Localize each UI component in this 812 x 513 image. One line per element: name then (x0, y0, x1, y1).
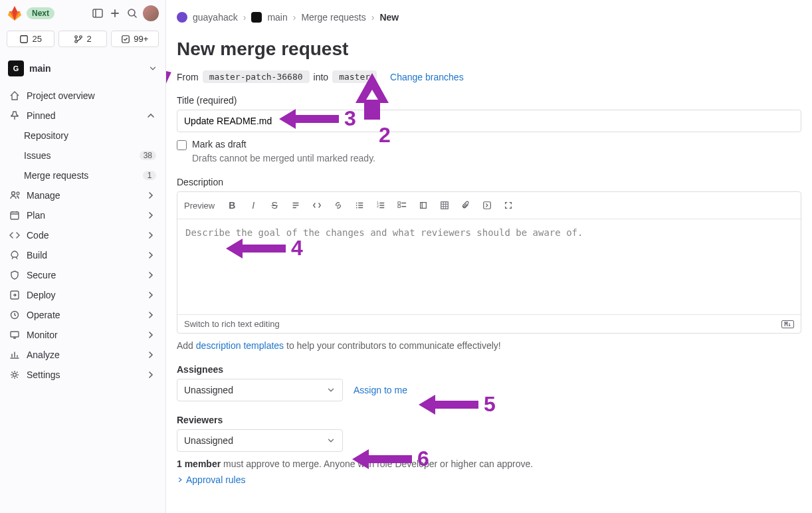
reviewers-label: Reviewers (177, 415, 801, 425)
numbered-list-button[interactable]: 12 (371, 196, 390, 215)
source-branch: master-patch-36680 (203, 70, 310, 83)
user-avatar[interactable] (143, 5, 159, 21)
collapse-button[interactable] (414, 196, 433, 215)
svg-rect-4 (21, 35, 28, 43)
badge: 1 (143, 171, 156, 180)
collapse-sidebar-icon[interactable] (91, 7, 104, 20)
nav-label: Build (27, 250, 139, 260)
link-button[interactable] (329, 196, 348, 215)
draft-help: Drafts cannot be merged until marked rea… (192, 153, 801, 163)
nav-label: Settings (27, 369, 139, 380)
nav-deploy[interactable]: Deploy (4, 285, 161, 305)
mr-counter[interactable]: 2 (58, 31, 106, 47)
nav-monitor[interactable]: Monitor (4, 325, 161, 345)
nav-code[interactable]: Code (4, 225, 161, 245)
svg-marker-26 (166, 70, 173, 96)
approval-rules-label: Approval rules (186, 474, 246, 485)
breadcrumb-project[interactable]: main (267, 12, 287, 23)
svg-rect-22 (441, 202, 449, 209)
target-branch: master (332, 70, 377, 83)
strike-button[interactable]: S (265, 196, 284, 215)
chevron-right-icon (146, 230, 156, 241)
search-icon[interactable] (126, 7, 139, 20)
nav-operate[interactable]: Operate (4, 305, 161, 325)
svg-point-9 (12, 192, 15, 195)
quote-button[interactable] (286, 196, 305, 215)
mark-draft-checkbox[interactable] (177, 140, 187, 150)
nav-overview[interactable]: Project overview (4, 86, 161, 106)
nav-manage[interactable]: Manage (4, 185, 161, 205)
markdown-icon[interactable]: M↓ (781, 320, 794, 328)
hint-text: to help your contributors to communicate… (284, 340, 501, 351)
svg-rect-23 (484, 202, 491, 209)
title-input[interactable] (177, 110, 801, 132)
code-button[interactable] (308, 196, 326, 215)
fullscreen-button[interactable] (499, 196, 518, 215)
chevron-right-icon (146, 190, 156, 201)
nav-label: Deploy (27, 290, 139, 300)
project-avatar: G (8, 60, 24, 76)
pin-icon (9, 110, 20, 121)
branch-line: From master-patch-36680 into master Chan… (177, 70, 801, 83)
nav-secure[interactable]: Secure (4, 265, 161, 285)
svg-point-16 (356, 205, 357, 206)
nav-pinned-repository[interactable]: Repository (4, 126, 161, 146)
italic-button[interactable]: I (244, 196, 262, 215)
nav-label: Analyze (27, 350, 139, 360)
breadcrumb: guayahack › main › Merge requests › New (177, 8, 801, 32)
nav-label: Project overview (27, 90, 156, 101)
main-content: guayahack › main › Merge requests › New … (166, 0, 812, 513)
nav-label: Merge requests (24, 170, 136, 181)
nav-label: Secure (27, 270, 139, 280)
quick-action-button[interactable] (478, 196, 496, 215)
nav-pinned[interactable]: Pinned (4, 106, 161, 126)
sidebar: Next 25 2 99+ G main (0, 0, 166, 513)
nav-settings[interactable]: Settings (4, 365, 161, 385)
breadcrumb-group[interactable]: guayahack (193, 12, 238, 23)
todo-counter[interactable]: 99+ (111, 31, 159, 47)
description-editor: Preview B I S 12 (177, 191, 801, 334)
attach-button[interactable] (457, 196, 475, 215)
nav-label: Repository (24, 130, 156, 141)
nav-label: Issues (24, 150, 133, 161)
assignees-select[interactable]: Unassigned (177, 379, 343, 401)
bold-button[interactable]: B (223, 196, 241, 215)
table-button[interactable] (435, 196, 454, 215)
assignees-label: Assignees (177, 364, 801, 375)
nav-pinned-issues[interactable]: Issues 38 (4, 146, 161, 165)
change-branches-link[interactable]: Change branches (390, 72, 464, 82)
assign-to-me-link[interactable]: Assign to me (354, 385, 407, 395)
code-icon (9, 230, 20, 241)
nav-build[interactable]: Build (4, 245, 161, 265)
chevron-down-icon (326, 385, 336, 395)
switch-rte-link[interactable]: Switch to rich text editing (184, 319, 280, 329)
preview-tab[interactable]: Preview (184, 201, 220, 211)
project-selector[interactable]: G main (0, 54, 165, 83)
nav-analyze[interactable]: Analyze (4, 345, 161, 365)
select-value: Unassigned (184, 385, 233, 395)
editor-toolbar: Preview B I S 12 (177, 192, 801, 219)
nav-plan[interactable]: Plan (4, 205, 161, 225)
annotation-1 (166, 70, 173, 110)
editor-footer: Switch to rich text editing M↓ (177, 314, 801, 333)
title-label: Title (required) (177, 95, 801, 106)
approval-rest: must approve to merge. Anyone with role … (221, 459, 533, 469)
chevron-right-icon (177, 476, 183, 483)
chart-icon (9, 350, 20, 360)
gitlab-logo[interactable] (7, 5, 23, 21)
nav-pinned-merge-requests[interactable]: Merge requests 1 (4, 165, 161, 185)
plus-icon[interactable] (108, 7, 122, 20)
reviewers-select[interactable]: Unassigned (177, 429, 343, 452)
todo-icon (121, 35, 130, 44)
issues-counter[interactable]: 25 (7, 31, 54, 47)
description-textarea[interactable] (177, 219, 801, 312)
project-name: main (29, 63, 143, 74)
mark-draft-label[interactable]: Mark as draft (192, 139, 247, 150)
mr-count: 2 (86, 34, 91, 44)
breadcrumb-section[interactable]: Merge requests (301, 12, 365, 23)
task-list-button[interactable] (393, 196, 411, 215)
template-link[interactable]: description templates (196, 340, 284, 351)
chevron-right-icon (146, 210, 156, 221)
approval-rules-link[interactable]: Approval rules (177, 474, 801, 485)
bullet-list-button[interactable] (350, 196, 369, 215)
